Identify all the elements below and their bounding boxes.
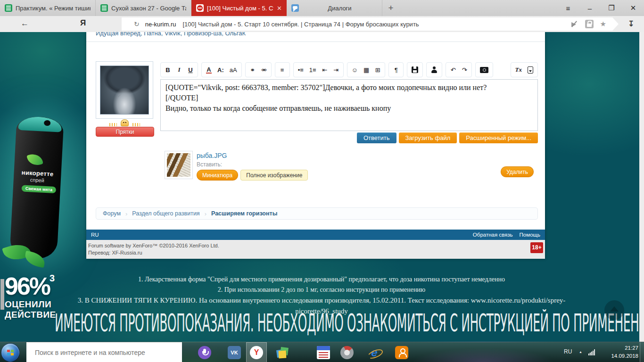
voice-assistant-icon[interactable] [198, 346, 211, 359]
address-bar[interactable]: ↻ ne-kurim.ru [100] Чистый дом - 5. Стар… [122, 17, 619, 31]
breadcrumb-section[interactable]: Раздел общего развития [132, 210, 199, 217]
bullet-list-icon[interactable]: •≡ [298, 66, 304, 74]
crown-smiley-icon [121, 119, 129, 126]
tab-chisty-dom-active[interactable]: [100] Чистый дом - 5. Ста ✕ [191, 0, 287, 16]
award-ornaments [96, 121, 153, 126]
minimize-button[interactable]: – [579, 0, 601, 16]
tab-praktikum[interactable]: Практикум. « Режим тишин [0, 0, 96, 16]
insert-media-icon[interactable]: ⊞ [375, 66, 380, 74]
remove-format-icon[interactable]: Tx [515, 66, 522, 74]
insert-image-icon[interactable]: ▦ [363, 66, 369, 74]
ad-stat-footnote: 3 [50, 273, 55, 283]
upload-file-button[interactable]: Загрузить файл [399, 132, 457, 143]
text-color-icon[interactable]: A [206, 66, 212, 74]
tab-close-icon[interactable]: ✕ [277, 5, 282, 12]
yandex-browser-icon[interactable]: Y [250, 346, 263, 359]
delete-attachment-button[interactable]: Удалить [501, 166, 534, 177]
camera-icon[interactable] [480, 67, 488, 73]
quote-icon[interactable]: ¶ [393, 66, 399, 74]
refresh-icon[interactable]: ↻ [134, 20, 140, 28]
pryatki-award-button[interactable]: Прятки [96, 127, 154, 137]
feedback-link[interactable]: Обратная связь [473, 232, 513, 238]
alignment-icon[interactable]: ≡ [280, 66, 285, 74]
page-scrollbar[interactable] [639, 32, 644, 342]
protect-lock-icon[interactable] [585, 20, 594, 28]
diary-app-icon[interactable] [317, 346, 330, 359]
close-button[interactable]: ✕ [622, 0, 644, 16]
redo-icon[interactable]: ↷ [462, 66, 467, 74]
reply-textarea[interactable]: [QUOTE="Vikvik, post: 6663783, member: 3… [160, 79, 538, 131]
bookmark-star-icon[interactable]: ★ [600, 20, 606, 28]
bold-icon[interactable]: B [165, 66, 171, 74]
breadcrumb-forum[interactable]: Форум [103, 210, 121, 217]
outdent-icon[interactable]: ⇤ [322, 66, 328, 74]
help-link[interactable]: Помощь [520, 232, 540, 238]
undo-icon[interactable]: ↶ [450, 66, 456, 74]
tab-suhoy-zakon[interactable]: Сухой закон 27 - Google Та [96, 0, 191, 16]
text-case-icon[interactable]: aA [230, 66, 237, 74]
maximize-button[interactable]: ❐ [601, 0, 622, 16]
start-button[interactable] [1, 343, 20, 362]
link-group: ⚭ ⚮ [245, 62, 272, 77]
italic-icon[interactable]: I [176, 66, 182, 74]
numbered-list-icon[interactable]: 1≡ [309, 66, 316, 74]
tray-expand-icon[interactable]: ▲ [579, 350, 582, 354]
downloads-icon[interactable]: ↧ [628, 19, 634, 28]
new-tab-button[interactable]: + [382, 0, 399, 16]
taskbar-search-input[interactable] [26, 342, 182, 362]
underline-icon[interactable]: U [188, 66, 193, 74]
language-indicator[interactable]: RU [564, 348, 572, 355]
editor-line: [QUOTE="Vikvik, post: 6663783, member: 3… [165, 82, 533, 93]
save-draft-icon[interactable] [412, 66, 418, 73]
insert-full-image-button[interactable]: Полное изображение [240, 170, 308, 181]
sticky-notes-icon[interactable] [276, 346, 289, 359]
insert-thumbnail-button[interactable]: Миниатюра [197, 170, 238, 181]
taskbar-clock[interactable]: 21:27 14.09.2018 [595, 344, 638, 360]
network-signal-icon[interactable] [588, 349, 595, 355]
advanced-mode-button[interactable]: Расширенный режим... [459, 132, 538, 143]
show-desktop-button[interactable] [640, 342, 644, 362]
reply-avatar-cell: Прятки [96, 61, 153, 137]
active-app-slot[interactable]: Y [246, 342, 267, 362]
viewing-users-line[interactable]: Идущая вперед, Патна, Vikvik, Провизор-ш… [96, 32, 246, 40]
footer-translation[interactable]: Перевод: XF-Russia.ru [88, 249, 545, 256]
attachment-thumbnail[interactable] [165, 151, 193, 179]
unlink-icon[interactable]: ⚮ [261, 66, 267, 74]
mention-user-icon[interactable] [431, 66, 438, 73]
clock-time: 21:27 [595, 344, 638, 352]
browser-app-icon[interactable] [340, 346, 354, 359]
forum-page: Идущая вперед, Патна, Vikvik, Провизор-ш… [86, 32, 545, 259]
turbo-disabled-icon[interactable] [571, 21, 578, 27]
history-group: ↶ ↷ [446, 62, 472, 77]
language-selector[interactable]: RU [91, 232, 99, 238]
scrollbar-thumb[interactable] [0, 279, 4, 310]
ad-stat-caption-2: ДЕЙСТВИЕ [5, 310, 56, 319]
font-size-icon[interactable]: A: [217, 66, 224, 74]
vk-app-icon[interactable]: VK [228, 346, 241, 359]
insert-group: ☺ ▦ ⊞ [347, 62, 386, 77]
odnoklassniki-icon[interactable] [395, 346, 408, 359]
nicorette-bottle-image: никоретте спрей Свежая мята [9, 116, 64, 260]
back-button[interactable]: ← [21, 19, 29, 28]
reply-button[interactable]: Ответить [357, 132, 396, 143]
smiley-icon[interactable]: ☺ [352, 66, 358, 74]
internet-explorer-icon[interactable]: e [368, 346, 381, 359]
tab-dialogi[interactable]: Диалоги [287, 0, 382, 16]
bbcode-mode-icon[interactable] [528, 66, 533, 74]
browser-menu-button[interactable]: ≡ [557, 0, 579, 16]
gold-ornament-icon [132, 123, 140, 126]
google-sheets-icon [100, 4, 108, 12]
scroll-to-top-button[interactable] [604, 300, 624, 320]
window-controls: ≡ – ❐ ✕ [557, 0, 644, 16]
avatar[interactable] [100, 66, 149, 115]
editor-line: Видно, только ты когда сообщение отправл… [165, 103, 533, 114]
breadcrumb-current[interactable]: Расширяем горизонты [211, 210, 277, 217]
indent-icon[interactable]: ⇥ [333, 66, 339, 74]
ad-stat-value: 96% [5, 272, 50, 300]
leaf-icon [26, 152, 43, 167]
windows-flag-icon [7, 350, 14, 355]
yandex-logo[interactable]: Я [80, 18, 86, 28]
insert-link-icon[interactable]: ⚭ [250, 66, 256, 74]
url-domain: ne-kurim.ru [145, 21, 176, 28]
attachment-filename-link[interactable]: рыба.JPG [197, 152, 227, 159]
